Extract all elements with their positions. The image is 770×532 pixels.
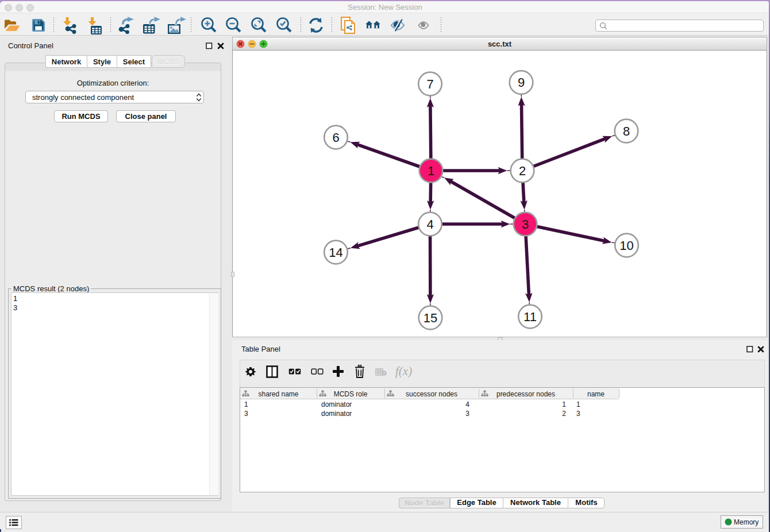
svg-text:14: 14 [329, 245, 342, 260]
svg-text:2: 2 [519, 164, 526, 178]
svg-text:10: 10 [619, 238, 633, 253]
svg-text:11: 11 [523, 310, 537, 324]
svg-text:8: 8 [623, 124, 630, 138]
svg-text:9: 9 [518, 75, 525, 90]
svg-text:3: 3 [522, 217, 529, 232]
svg-text:6: 6 [332, 130, 339, 145]
svg-text:4: 4 [426, 217, 433, 232]
svg-text:15: 15 [424, 311, 437, 325]
svg-text:7: 7 [426, 77, 433, 91]
svg-text:1: 1 [428, 164, 434, 178]
